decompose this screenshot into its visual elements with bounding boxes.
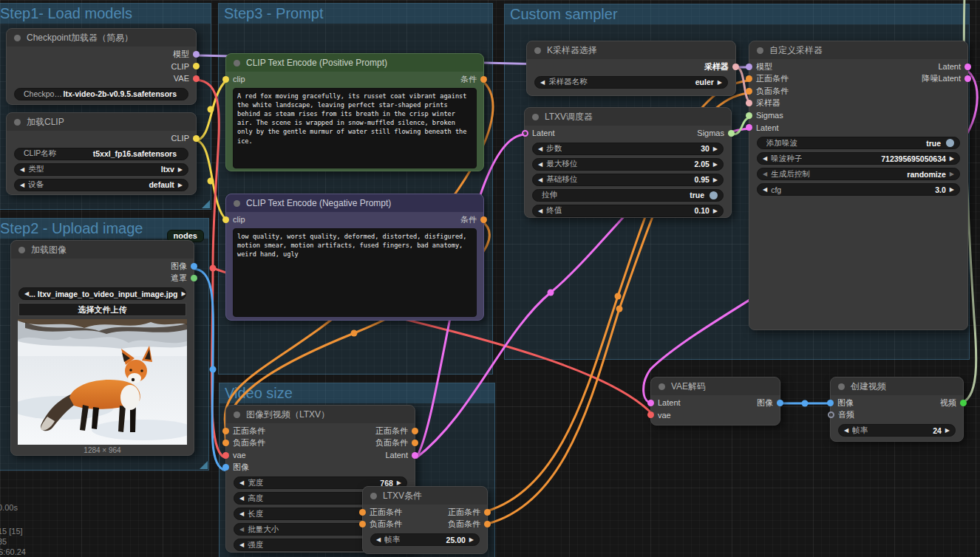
cfg-combo[interactable]: ◀ cfg 3.0 ▶ xyxy=(757,183,960,196)
upload-file-button[interactable]: 选择文件上传 xyxy=(18,303,186,316)
arrow-right-icon[interactable]: ▶ xyxy=(713,161,718,168)
node-create-video[interactable]: 创建视频 图像 视频 音频 ◀ 帧率 24 ▶ xyxy=(830,377,964,442)
slot-latent-output[interactable]: Latent xyxy=(385,451,415,459)
slot-negative-output[interactable]: 负面条件 xyxy=(375,437,415,448)
arrow-right-icon[interactable]: ▶ xyxy=(718,79,722,86)
slot-clip-output[interactable]: CLIP xyxy=(171,134,196,143)
collapse-dot[interactable] xyxy=(370,493,377,499)
slot-clip-output[interactable]: CLIP xyxy=(171,62,196,71)
arrow-left-icon[interactable]: ◀ xyxy=(239,526,244,533)
image-file-combo[interactable]: ◀ ... ltxv_image_to_video_input_image.jp… xyxy=(18,287,186,300)
arrow-right-icon[interactable]: ▶ xyxy=(397,479,401,486)
collapse-dot[interactable] xyxy=(14,119,21,126)
slot-negative-input[interactable]: 负面条件 xyxy=(749,86,789,97)
arrow-right-icon[interactable]: ▶ xyxy=(713,177,718,183)
arrow-right-icon[interactable]: ▶ xyxy=(713,146,718,152)
slot-image-output[interactable]: 图像 xyxy=(171,261,194,272)
group-resize-handle[interactable] xyxy=(200,461,208,469)
arrow-right-icon[interactable]: ▶ xyxy=(950,171,954,177)
negative-prompt-textarea[interactable]: low quality, worst quality, deformed, di… xyxy=(233,228,477,317)
collapse-dot[interactable] xyxy=(234,200,240,207)
noise-seed-combo[interactable]: ◀ 噪波种子 712395695050634 ▶ xyxy=(757,152,960,165)
slot-latent-input[interactable]: Latent xyxy=(749,123,779,132)
node-ltxv-conditioning[interactable]: LTXV条件 正面条件 正面条件 负面条件 负面条件 ◀ 帧率 25.00 ▶ xyxy=(362,486,488,554)
arrow-left-icon[interactable]: ◀ xyxy=(538,177,542,183)
arrow-left-icon[interactable]: ◀ xyxy=(239,495,244,502)
collapse-dot[interactable] xyxy=(757,47,763,54)
arrow-left-icon[interactable]: ◀ xyxy=(763,155,767,162)
fps-combo[interactable]: ◀ 帧率 24 ▶ xyxy=(838,424,956,437)
arrow-left-icon[interactable]: ◀ xyxy=(239,479,244,486)
arrow-left-icon[interactable]: ◀ xyxy=(239,541,244,548)
node-graph-canvas[interactable]: Step1- Load models Step2 - Upload image … xyxy=(0,0,980,557)
slot-negative-input[interactable]: 负面条件 xyxy=(363,519,402,530)
add-noise-toggle[interactable]: 添加噪波 true xyxy=(757,137,960,149)
arrow-left-icon[interactable]: ◀ xyxy=(844,427,848,434)
arrow-left-icon[interactable]: ◀ xyxy=(540,79,545,86)
slot-video-output[interactable]: 视频 xyxy=(940,397,963,409)
slot-positive-output[interactable]: 正面条件 xyxy=(375,426,415,437)
group-video-size-header[interactable]: Video size xyxy=(220,383,494,403)
node-clip-text-encode-negative[interactable]: CLIP Text Encode (Negative Prompt) clip … xyxy=(225,194,484,321)
clip-type-combo[interactable]: ◀ 类型 ltxv ▶ xyxy=(14,163,188,176)
slot-negative-output[interactable]: 负面条件 xyxy=(448,519,487,530)
group-step3-header[interactable]: Step3 - Prompt xyxy=(219,4,492,24)
arrow-left-icon[interactable]: ◀ xyxy=(538,146,542,152)
arrow-right-icon[interactable]: ▶ xyxy=(181,290,186,297)
slot-positive-input[interactable]: 正面条件 xyxy=(749,73,789,84)
slot-positive-output[interactable]: 正面条件 xyxy=(448,507,487,518)
arrow-left-icon[interactable]: ◀ xyxy=(20,166,24,173)
slot-image-output[interactable]: 图像 xyxy=(757,397,780,409)
slot-image-input[interactable]: 图像 xyxy=(831,397,854,409)
slot-model-input[interactable]: 模型 xyxy=(749,61,772,72)
stretch-toggle[interactable]: 拉伸 true xyxy=(532,189,724,202)
slot-vae-input[interactable]: vae xyxy=(651,411,671,420)
arrow-right-icon[interactable]: ▶ xyxy=(945,427,950,434)
arrow-right-icon[interactable]: ▶ xyxy=(713,208,718,214)
slot-mask-output[interactable]: 遮罩 xyxy=(171,273,194,284)
arrow-right-icon[interactable]: ▶ xyxy=(178,182,183,188)
slot-positive-input[interactable]: 正面条件 xyxy=(363,507,402,518)
slot-latent-input[interactable]: Latent xyxy=(651,398,681,407)
slot-latent-output[interactable]: Latent xyxy=(938,62,967,71)
arrow-left-icon[interactable]: ◀ xyxy=(763,171,767,177)
collapse-dot[interactable] xyxy=(18,247,25,253)
arrow-left-icon[interactable]: ◀ xyxy=(239,510,244,517)
slot-sampler-output[interactable]: 采样器 xyxy=(704,61,735,72)
slot-clip-input[interactable]: clip xyxy=(226,215,245,224)
arrow-left-icon[interactable]: ◀ xyxy=(20,182,24,188)
group-custom-sampler-header[interactable]: Custom sampler xyxy=(505,4,969,24)
slot-sigmas-input[interactable]: Sigmas xyxy=(749,111,783,120)
node-ltxv-scheduler[interactable]: LTXV调度器 Latent Sigmas ◀ 步数 30 ▶ ◀ 最大移位 2… xyxy=(524,107,732,218)
group-resize-handle[interactable] xyxy=(202,200,210,208)
node-checkpoint-loader[interactable]: Checkpoint加载器（简易） 模型 CLIP VAE Checkpoin.… xyxy=(6,28,197,105)
clip-name-combo[interactable]: CLIP名称 t5xxl_fp16.safetensors xyxy=(14,148,188,160)
base-shift-combo[interactable]: ◀ 基础移位 0.95 ▶ xyxy=(532,174,724,186)
collapse-dot[interactable] xyxy=(659,383,665,390)
group-step1-header[interactable]: Step1- Load models xyxy=(0,4,211,24)
slot-image-input[interactable]: 图像 xyxy=(226,462,249,473)
max-shift-combo[interactable]: ◀ 最大移位 2.05 ▶ xyxy=(532,158,724,171)
slot-audio-input[interactable]: 音频 xyxy=(831,409,854,420)
node-clip-text-encode-positive[interactable]: CLIP Text Encode (Positive Prompt) clip … xyxy=(225,53,484,171)
slot-vae-input[interactable]: vae xyxy=(226,451,246,459)
frame-rate-combo[interactable]: ◀ 帧率 25.00 ▶ xyxy=(370,533,480,546)
arrow-left-icon[interactable]: ◀ xyxy=(376,536,381,543)
node-custom-sampler[interactable]: 自定义采样器 模型 Latent 正面条件 降噪Latent 负面条件 采样器 … xyxy=(749,41,968,330)
slot-latent-input[interactable]: Latent xyxy=(525,129,555,137)
arrow-right-icon[interactable]: ▶ xyxy=(469,536,474,543)
slot-vae-output[interactable]: VAE xyxy=(174,74,196,83)
arrow-left-icon[interactable]: ◀ xyxy=(763,186,767,193)
arrow-right-icon[interactable]: ▶ xyxy=(950,186,954,193)
clip-device-combo[interactable]: ◀ 设备 default ▶ xyxy=(14,179,188,191)
slot-positive-input[interactable]: 正面条件 xyxy=(226,426,265,437)
slot-clip-input[interactable]: clip xyxy=(226,75,245,83)
collapse-dot[interactable] xyxy=(532,114,539,120)
collapse-dot[interactable] xyxy=(534,47,541,54)
collapse-dot[interactable] xyxy=(234,60,240,66)
arrow-right-icon[interactable]: ▶ xyxy=(950,155,954,162)
node-ksampler-select[interactable]: K采样器选择 采样器 ◀ 采样器名称 euler ▶ xyxy=(526,41,736,96)
slot-sigmas-output[interactable]: Sigmas xyxy=(697,129,731,137)
toggle-knob[interactable] xyxy=(710,191,718,199)
slot-model-output[interactable]: 模型 xyxy=(173,49,196,60)
